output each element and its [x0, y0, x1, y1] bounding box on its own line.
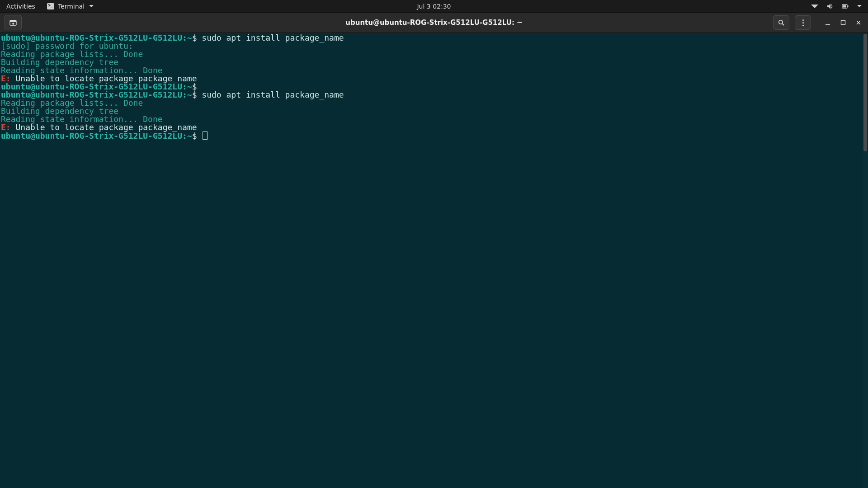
system-tray[interactable] — [811, 0, 868, 12]
window-title: ubuntu@ubuntu-ROG-Strix-G512LU-G512LU: ~ — [345, 19, 522, 27]
prompt-path: ~ — [187, 90, 192, 99]
search-button[interactable] — [773, 15, 789, 30]
error-message: Unable to locate package package_name — [11, 122, 197, 132]
svg-rect-2 — [848, 5, 849, 7]
power-menu-chevron-icon[interactable] — [857, 5, 862, 7]
prompt-colon: : — [182, 131, 187, 141]
activities-label: Activities — [6, 3, 35, 10]
prompt-path: ~ — [187, 131, 192, 141]
network-icon[interactable] — [811, 3, 818, 10]
prompt-host: ubuntu-ROG-Strix-G512LU-G512LU — [35, 131, 182, 141]
maximize-icon — [840, 19, 847, 26]
prompt-colon: : — [182, 90, 187, 99]
svg-rect-1 — [843, 5, 846, 7]
volume-icon[interactable] — [826, 3, 834, 10]
terminal-app-icon — [47, 3, 54, 9]
new-tab-button[interactable] — [5, 15, 22, 30]
headerbar-right-cluster — [771, 15, 865, 30]
maximize-button[interactable] — [836, 16, 850, 29]
prompt-dollar: $ — [192, 90, 197, 99]
prompt-at: @ — [30, 131, 35, 141]
svg-point-7 — [779, 20, 783, 24]
prompt-user: ubuntu — [1, 131, 30, 141]
hamburger-menu-button[interactable] — [795, 15, 811, 30]
close-button[interactable] — [852, 16, 865, 29]
prompt-path: ~ — [187, 33, 192, 42]
scrollbar[interactable] — [863, 33, 868, 488]
search-icon — [778, 19, 785, 26]
minimize-icon — [824, 19, 831, 26]
clock-label[interactable]: Jul 3 02:30 — [417, 3, 451, 10]
app-menu-label: Terminal — [58, 3, 85, 10]
svg-line-8 — [782, 23, 784, 25]
command-1: sudo apt install package_name — [197, 33, 344, 42]
svg-rect-10 — [841, 21, 845, 25]
battery-icon[interactable] — [842, 3, 849, 10]
minimize-button[interactable] — [821, 16, 835, 29]
command-2: sudo apt install package_name — [197, 90, 344, 99]
terminal-headerbar: ubuntu@ubuntu-ROG-Strix-G512LU-G512LU: ~ — [0, 12, 868, 33]
prompt-dollar: $ — [192, 131, 197, 141]
error-prefix: E: — [1, 122, 11, 132]
menu-icon — [802, 19, 804, 26]
chevron-down-icon — [89, 5, 94, 7]
scrollbar-thumb[interactable] — [863, 34, 867, 151]
prompt-colon: : — [182, 33, 187, 42]
new-tab-icon — [9, 19, 17, 26]
svg-rect-4 — [10, 20, 16, 22]
text-cursor — [203, 131, 208, 140]
close-icon — [855, 19, 862, 26]
app-menu-button[interactable]: Terminal — [42, 0, 99, 12]
gnome-top-bar: Activities Terminal Jul 3 02:30 — [0, 0, 868, 12]
terminal-viewport[interactable]: ubuntu@ubuntu-ROG-Strix-G512LU-G512LU:~$… — [0, 33, 868, 488]
activities-button[interactable]: Activities — [0, 0, 42, 12]
terminal-content[interactable]: ubuntu@ubuntu-ROG-Strix-G512LU-G512LU:~$… — [1, 34, 867, 140]
prompt-dollar: $ — [192, 33, 197, 42]
